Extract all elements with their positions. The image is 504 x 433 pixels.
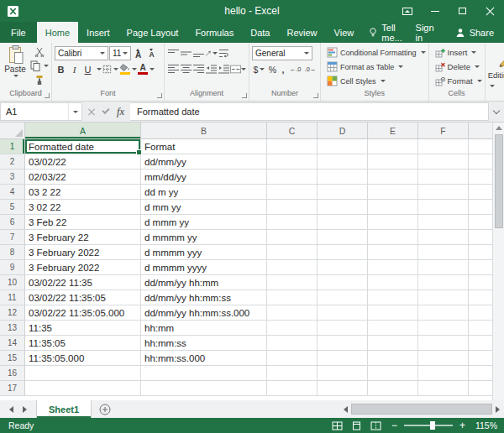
cell-col-a[interactable]: 03/02/22 [25,154,141,170]
cell-col-b[interactable]: Format [141,139,267,154]
cell-col-f[interactable] [418,321,469,336]
decrease-font-size-button[interactable]: A [145,46,158,60]
format-painter-button[interactable] [30,74,49,86]
zoom-slider[interactable] [404,425,453,426]
align-left-button[interactable] [167,64,180,75]
row-header[interactable]: 4 [0,185,25,200]
cell-col-a[interactable] [25,366,141,381]
conditional-formatting-button[interactable]: Conditional Formatting [323,45,426,60]
cell-col-c[interactable] [267,351,318,366]
cell-col-a[interactable] [25,381,141,396]
cell-col-e[interactable] [368,351,418,366]
cell-col-d[interactable] [318,200,368,215]
cut-button[interactable] [30,45,49,58]
row-header[interactable]: 13 [0,321,25,336]
insert-cells-button[interactable]: Insert [432,45,482,60]
zoom-in-button[interactable]: + [459,421,465,430]
share-button[interactable]: Share [455,22,494,43]
cell-col-a[interactable]: 3 February 2022 [25,260,141,275]
number-format-combo[interactable]: General [252,46,312,60]
align-middle-button[interactable] [180,48,192,59]
cell-col-d[interactable] [318,290,368,305]
orientation-button[interactable] [205,48,218,59]
cell-col-f[interactable] [418,290,469,305]
zoom-out-button[interactable]: − [391,421,397,430]
cell-col-b[interactable]: hh:mm [141,321,267,336]
close-button[interactable] [476,0,504,22]
cell-col-a[interactable]: 11:35 [25,321,141,336]
increase-indent-button[interactable] [218,64,230,75]
cell-col-f[interactable] [418,305,469,321]
tab-review[interactable]: Review [278,22,325,43]
cell-col-d[interactable] [318,381,368,396]
cell-col-d[interactable] [318,185,368,200]
cell-col-f[interactable] [418,245,469,260]
increase-font-size-button[interactable]: A [132,46,144,60]
scroll-up-icon[interactable] [496,126,502,130]
cell-col-d[interactable] [318,275,368,290]
cell-col-b[interactable] [141,381,267,396]
cell-col-c[interactable] [267,245,318,260]
zoom-slider-thumb[interactable] [430,421,435,430]
column-header-a[interactable]: A [25,123,141,139]
new-sheet-button[interactable] [99,400,111,418]
column-header-d[interactable]: D [318,123,368,139]
cell-col-a[interactable]: 3 February 22 [25,230,141,245]
cell-col-c[interactable] [267,305,318,321]
cell-col-c[interactable] [267,154,318,170]
cell-col-a[interactable]: Formatted date [25,139,141,154]
vertical-scroll-thumb[interactable] [495,134,503,228]
cell-col-f[interactable] [418,260,469,275]
cell-col-f[interactable] [418,381,469,396]
increase-decimal-button[interactable]: ←.0 [288,62,302,76]
cell-col-d[interactable] [318,215,368,230]
cell-col-d[interactable] [318,351,368,366]
cell-col-a[interactable]: 03 2 22 [25,185,141,200]
cell-col-d[interactable] [318,154,368,170]
insert-function-icon[interactable]: fx [117,106,124,118]
sheet-tab-sheet1[interactable]: Sheet1 [36,400,92,418]
row-header[interactable]: 8 [0,245,25,260]
cell-col-c[interactable] [267,260,318,275]
minimize-button[interactable] [421,0,449,22]
copy-button[interactable] [30,60,49,72]
tab-data[interactable]: Data [242,22,278,43]
cell-col-b[interactable]: dd m yy [141,185,267,200]
name-box[interactable]: A1 [0,102,82,121]
cell-col-d[interactable] [318,321,368,336]
cell-col-b[interactable]: d mmmm yyyy [141,260,267,275]
scroll-right-icon[interactable] [496,406,500,413]
tab-file[interactable]: File [0,22,37,43]
tab-view[interactable]: View [326,22,363,43]
align-top-button[interactable] [167,48,180,59]
cell-styles-button[interactable]: Cell Styles [323,74,426,88]
align-right-button[interactable] [192,64,205,75]
cell-col-d[interactable] [318,305,368,321]
cell-col-e[interactable] [368,275,418,290]
cell-col-e[interactable] [368,290,418,305]
previous-sheet-icon[interactable] [9,406,13,413]
cell-col-d[interactable] [318,366,368,381]
italic-button[interactable]: I [68,62,81,76]
cell-col-c[interactable] [267,139,318,154]
cancel-entry-icon[interactable] [88,108,95,115]
cell-col-f[interactable] [418,351,469,366]
cell-col-c[interactable] [267,230,318,245]
cell-col-e[interactable] [368,139,418,154]
editing-button[interactable]: Editing [488,45,504,101]
tell-me-box[interactable]: Tell me... [369,22,415,43]
cell-col-b[interactable]: dd/mm/yy hh:mm:ss.000 [141,305,267,321]
cell-col-e[interactable] [368,381,418,396]
cell-col-b[interactable]: d mm yy [141,200,267,215]
select-all-button[interactable] [0,123,25,139]
cell-col-f[interactable] [418,366,469,381]
cell-col-b[interactable]: d mmmm yyy [141,245,267,260]
column-header-b[interactable]: B [141,123,267,139]
cell-col-e[interactable] [368,305,418,321]
decrease-indent-button[interactable] [205,64,218,75]
cell-col-c[interactable] [267,336,318,351]
zoom-level[interactable]: 115% [472,420,497,430]
cell-col-a[interactable]: 03/02/22 11:35:05.000 [25,305,141,321]
horizontal-scrollbar[interactable] [111,400,504,418]
paste-button[interactable]: Paste [3,45,28,89]
